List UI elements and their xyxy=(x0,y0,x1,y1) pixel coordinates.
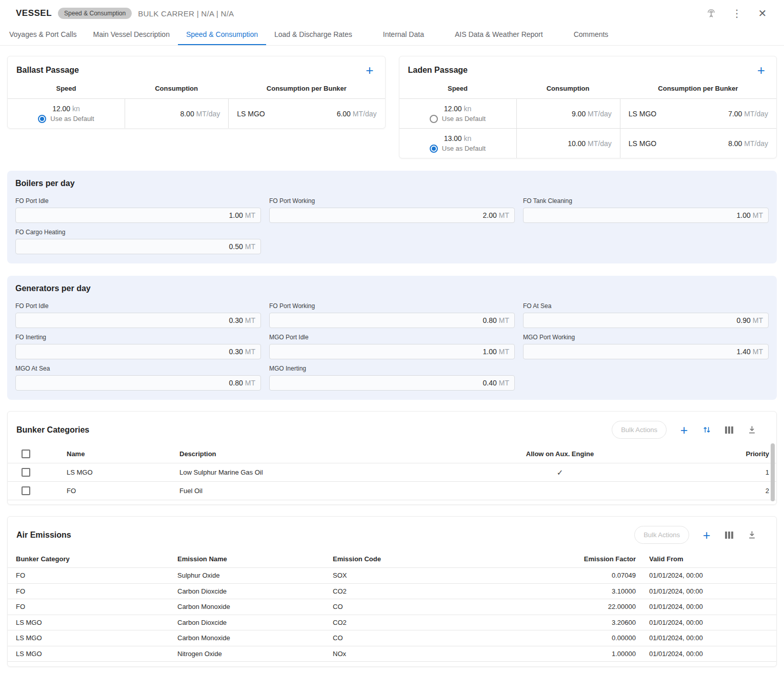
ballast-passage-card: Ballast Passage + Speed Consumption Cons… xyxy=(7,56,386,129)
close-icon[interactable]: ✕ xyxy=(756,7,769,19)
boilers-title: Boilers per day xyxy=(15,179,769,188)
radio-selected-icon[interactable] xyxy=(38,115,46,123)
tab-ais-data-weather-report[interactable]: AIS Data & Weather Report xyxy=(447,23,551,45)
fo-port-idle-input[interactable]: 1.00MT xyxy=(15,208,261,223)
use-as-default-radio[interactable]: Use as Default xyxy=(38,115,94,123)
bulk-actions-button[interactable]: Bulk Actions xyxy=(634,526,689,544)
column-header-valid-from: Valid From xyxy=(636,555,768,563)
bunker-categories-title: Bunker Categories xyxy=(16,425,89,435)
tab-comments[interactable]: Comments xyxy=(566,23,617,45)
consumption-per-bunker-value: LS MGO 8.00 MT/day xyxy=(620,129,776,158)
column-header-speed: Speed xyxy=(399,85,516,92)
tab-bar: Voyages & Port Calls Main Vessel Descrip… xyxy=(0,23,784,46)
use-as-default-radio[interactable]: Use as Default xyxy=(430,115,486,123)
download-icon[interactable] xyxy=(747,425,757,435)
laden-speed-row[interactable]: 12.00 kn Use as Default 9.00 MT/day LS M… xyxy=(399,99,777,128)
column-header-emission-code: Emission Code xyxy=(333,555,523,563)
speed-value: 12.00 kn xyxy=(52,105,80,113)
gen-fo-port-idle-input[interactable]: 0.30MT xyxy=(15,313,261,328)
page-title: VESSEL xyxy=(16,8,52,18)
boilers-per-day-section: Boilers per day FO Port Idle 1.00MT FO P… xyxy=(7,171,777,263)
generators-per-day-section: Generators per day FO Port Idle 0.30MT F… xyxy=(7,276,777,400)
tab-main-vessel-description[interactable]: Main Vessel Description xyxy=(85,23,178,45)
field-mgo-inerting: MGO Inerting 0.40MT xyxy=(269,365,515,391)
column-header-emission-factor: Emission Factor xyxy=(523,555,636,563)
consumption-per-bunker-value: LS MGO 6.00 MT/day xyxy=(228,99,385,128)
window-header: VESSEL Speed & Consumption BULK CARRER |… xyxy=(0,0,784,23)
select-all-checkbox[interactable] xyxy=(22,450,30,458)
scrollbar-thumb[interactable] xyxy=(771,443,775,501)
table-row[interactable]: LS MGO Carbon Dioxcide CO2 3.20600 01/01… xyxy=(8,615,776,630)
column-header-speed: Speed xyxy=(8,85,125,92)
add-ballast-speed-button[interactable]: + xyxy=(366,65,373,75)
fo-cargo-heating-input[interactable]: 0.50MT xyxy=(15,239,261,254)
gen-mgo-at-sea-input[interactable]: 0.80MT xyxy=(15,375,261,391)
table-row[interactable]: LS MGO Carbon Monoxide CO 0.00000 01/01/… xyxy=(8,630,776,646)
gen-mgo-inerting-input[interactable]: 0.40MT xyxy=(269,375,515,391)
add-air-emission-button[interactable]: + xyxy=(701,530,712,540)
column-header-priority: Priority xyxy=(715,450,776,458)
column-header-consumption-per-bunker: Consumption per Bunker xyxy=(228,85,385,92)
columns-icon[interactable] xyxy=(724,425,734,435)
radio-unselected-icon[interactable] xyxy=(430,115,438,123)
field-fo-port-working: FO Port Working 2.00MT xyxy=(269,197,515,223)
row-checkbox[interactable] xyxy=(22,486,30,495)
air-emissions-card: Air Emissions Bulk Actions + Bunker Cate… xyxy=(7,516,777,667)
tab-speed-consumption[interactable]: Speed & Consumption xyxy=(178,23,266,45)
download-icon[interactable] xyxy=(747,530,757,540)
consumption-value: 9.00 MT/day xyxy=(516,99,620,128)
scrollbar[interactable] xyxy=(771,443,775,501)
column-header-consumption: Consumption xyxy=(516,85,620,92)
column-header-description: Description xyxy=(179,450,405,458)
table-row[interactable]: FO Carbon Dioxcide CO2 3.10000 01/01/202… xyxy=(8,583,776,599)
table-row[interactable]: FO Sulphur Oxide SOX 0.07049 01/01/2024,… xyxy=(8,567,776,583)
allow-aux-check-icon: ✓ xyxy=(405,468,715,477)
bulk-actions-button[interactable]: Bulk Actions xyxy=(612,421,667,439)
tab-voyages-port-calls[interactable]: Voyages & Port Calls xyxy=(1,23,85,45)
field-mgo-port-working: MGO Port Working 1.40MT xyxy=(523,334,769,359)
speed-value: 12.00 kn xyxy=(444,105,472,113)
gen-mgo-port-working-input[interactable]: 1.40MT xyxy=(523,344,769,359)
row-checkbox[interactable] xyxy=(22,468,30,477)
consumption-value: 8.00 MT/day xyxy=(125,99,228,128)
broadcast-icon[interactable] xyxy=(705,7,717,19)
emissions-table-header: Bunker Category Emission Name Emission C… xyxy=(8,550,776,567)
radio-selected-icon[interactable] xyxy=(430,145,438,153)
gen-mgo-port-idle-input[interactable]: 1.00MT xyxy=(269,344,515,359)
field-fo-at-sea: FO At Sea 0.90MT xyxy=(523,302,769,328)
column-header-consumption: Consumption xyxy=(125,85,228,92)
more-menu-icon[interactable]: ⋮ xyxy=(731,7,743,19)
fo-tank-cleaning-input[interactable]: 1.00MT xyxy=(523,208,769,223)
generators-title: Generators per day xyxy=(15,284,769,293)
table-row-ls-mgo[interactable]: LS MGO Low Sulphur Marine Gas Oil ✓ 1 xyxy=(8,463,776,482)
columns-icon[interactable] xyxy=(724,530,734,540)
vessel-subtitle: BULK CARRER | N/A | N/A xyxy=(138,9,234,18)
bunker-categories-card: Bunker Categories Bulk Actions + Name De… xyxy=(7,411,777,505)
gen-fo-port-working-input[interactable]: 0.80MT xyxy=(269,313,515,328)
table-row[interactable]: LS MGO Nitrogen Oxide NOx 1.00000 01/01/… xyxy=(8,646,776,662)
table-row-fo[interactable]: FO Fuel Oil 2 xyxy=(8,482,776,500)
column-header-bunker-category: Bunker Category xyxy=(16,555,177,563)
consumption-value: 10.00 MT/day xyxy=(516,129,620,158)
fo-port-working-input[interactable]: 2.00MT xyxy=(269,208,515,223)
consumption-per-bunker-value: LS MGO 7.00 MT/day xyxy=(620,99,776,128)
add-laden-speed-button[interactable]: + xyxy=(757,65,765,75)
field-fo-tank-cleaning: FO Tank Cleaning 1.00MT xyxy=(523,197,769,223)
gen-fo-inerting-input[interactable]: 0.30MT xyxy=(15,344,261,359)
add-bunker-category-button[interactable]: + xyxy=(679,425,689,435)
column-header-consumption-per-bunker: Consumption per Bunker xyxy=(620,85,776,92)
column-header-emission-name: Emission Name xyxy=(177,555,333,563)
laden-speed-row[interactable]: 13.00 kn Use as Default 10.00 MT/day LS … xyxy=(399,128,777,158)
field-fo-inerting: FO Inerting 0.30MT xyxy=(15,334,261,359)
sort-icon[interactable] xyxy=(701,425,712,435)
tab-internal-data[interactable]: Internal Data xyxy=(375,23,432,45)
speed-value: 13.00 kn xyxy=(444,134,472,142)
use-as-default-radio[interactable]: Use as Default xyxy=(430,145,486,153)
field-mgo-port-idle: MGO Port Idle 1.00MT xyxy=(269,334,515,359)
tab-load-discharge-rates[interactable]: Load & Discharge Rates xyxy=(266,23,360,45)
gen-fo-at-sea-input[interactable]: 0.90MT xyxy=(523,313,769,328)
table-row[interactable]: FO Carbon Monoxide CO 22.00000 01/01/202… xyxy=(8,599,776,615)
ballast-speed-row[interactable]: 12.00 kn Use as Default 8.00 MT/day LS M… xyxy=(8,99,385,128)
column-header-allow-aux: Allow on Aux. Engine xyxy=(405,450,715,458)
field-fo-port-idle: FO Port Idle 1.00MT xyxy=(15,197,261,223)
